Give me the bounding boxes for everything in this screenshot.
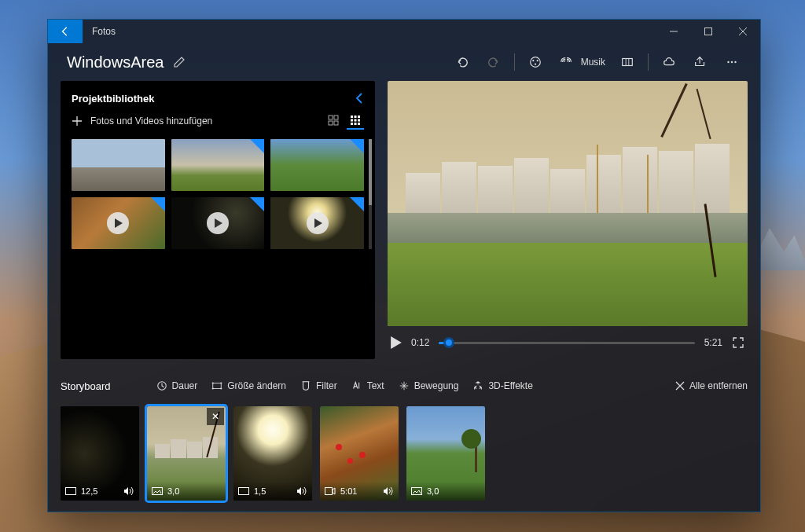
filter-button[interactable]: Filter [300, 380, 337, 391]
speaker-icon [123, 486, 134, 496]
project-title: WindowsArea [67, 53, 164, 72]
storyboard-track: 12,5 ✕ 3,0 [61, 406, 748, 501]
svg-rect-35 [239, 488, 249, 495]
storyboard-title: Storyboard [61, 380, 111, 392]
library-thumb[interactable] [72, 139, 165, 191]
add-media-label: Fotos und Videos hinzufügen [90, 116, 212, 127]
app-window: Fotos WindowsArea Musik [47, 19, 761, 512]
resize-button[interactable]: Größe ändern [211, 380, 286, 391]
storyboard-clip[interactable]: ✕ 3,0 [147, 406, 226, 501]
play-button[interactable] [391, 336, 402, 349]
svg-rect-20 [355, 119, 357, 122]
svg-point-27 [212, 382, 214, 383]
clip-duration: 1,5 [254, 486, 266, 496]
library-title: Projektbibliothek [72, 93, 355, 105]
svg-rect-36 [325, 488, 333, 495]
svg-point-29 [212, 387, 214, 389]
undo-button[interactable] [447, 46, 478, 78]
add-media-button[interactable]: Fotos und Videos hinzufügen [72, 116, 325, 127]
close-button[interactable] [726, 20, 760, 43]
play-icon [307, 212, 329, 234]
back-button[interactable] [48, 20, 83, 43]
3d-effects-button[interactable]: 3D-Effekte [472, 380, 532, 391]
play-icon [207, 212, 229, 234]
library-thumb[interactable] [171, 197, 265, 249]
player-controls: 0:12 5:21 [388, 326, 748, 359]
speaker-icon [383, 486, 394, 496]
clip-duration: 3,0 [427, 486, 439, 496]
svg-point-5 [535, 64, 536, 65]
cloud-button[interactable] [653, 46, 685, 78]
svg-point-28 [220, 382, 222, 383]
image-icon [65, 487, 76, 495]
svg-point-9 [727, 61, 729, 63]
maximize-button[interactable] [691, 20, 726, 43]
music-label: Musik [581, 57, 605, 68]
svg-rect-17 [355, 116, 357, 118]
seek-slider[interactable] [439, 342, 694, 344]
music-button[interactable] [551, 46, 583, 78]
svg-point-30 [220, 387, 222, 389]
app-title: Fotos [83, 26, 656, 37]
svg-rect-1 [705, 28, 712, 35]
remove-clip-button[interactable]: ✕ [207, 408, 224, 425]
image-icon [411, 487, 422, 495]
view-small-button[interactable] [347, 112, 364, 130]
svg-point-4 [536, 60, 538, 61]
storyboard-clip[interactable]: 5:01 [320, 406, 399, 501]
minimize-button[interactable] [656, 20, 691, 43]
image-icon [152, 487, 163, 495]
svg-rect-33 [66, 488, 76, 495]
svg-point-10 [731, 61, 733, 63]
theme-button[interactable] [520, 46, 551, 78]
fullscreen-button[interactable] [732, 336, 744, 349]
svg-rect-6 [623, 59, 633, 66]
clip-duration: 3,0 [167, 486, 179, 496]
preview-viewport [388, 81, 748, 326]
seek-knob[interactable] [443, 337, 454, 348]
storyboard-clip[interactable]: 12,5 [61, 406, 139, 501]
total-time: 5:21 [704, 337, 722, 348]
duration-button[interactable]: Dauer [156, 380, 198, 391]
view-large-button[interactable] [325, 112, 342, 130]
svg-point-2 [530, 57, 540, 68]
svg-rect-19 [351, 119, 353, 122]
collapse-library-button[interactable] [355, 92, 364, 105]
svg-rect-18 [358, 116, 360, 118]
svg-rect-15 [334, 121, 338, 125]
video-icon [325, 487, 336, 495]
svg-rect-26 [213, 383, 222, 389]
edit-title-button[interactable] [173, 56, 186, 68]
motion-button[interactable]: Bewegung [399, 380, 459, 391]
clip-duration: 12,5 [81, 486, 97, 496]
redo-button[interactable] [478, 46, 509, 78]
library-thumb[interactable] [72, 197, 165, 249]
svg-rect-23 [355, 123, 357, 125]
share-button[interactable] [685, 46, 716, 78]
svg-rect-14 [329, 121, 333, 125]
speaker-icon [296, 486, 307, 496]
storyboard-toolbar: Storyboard Dauer Größe ändern Filter Tex… [61, 372, 748, 400]
library-thumb[interactable] [270, 197, 364, 249]
svg-point-3 [532, 60, 534, 61]
svg-rect-21 [358, 119, 360, 122]
storyboard-clip[interactable]: 1,5 [233, 406, 312, 501]
text-button[interactable]: Text [351, 380, 384, 391]
library-scrollbar-thumb[interactable] [369, 139, 372, 205]
header-toolbar: WindowsArea Musik [48, 43, 760, 81]
clip-duration: 5:01 [340, 486, 357, 496]
library-thumb[interactable] [171, 139, 265, 191]
svg-rect-16 [351, 116, 353, 118]
svg-rect-12 [329, 116, 333, 119]
svg-rect-22 [351, 123, 353, 125]
titlebar: Fotos [48, 20, 760, 43]
svg-point-11 [734, 61, 736, 63]
svg-rect-24 [358, 123, 360, 125]
more-button[interactable] [716, 46, 748, 78]
aspect-button[interactable] [612, 46, 643, 78]
image-icon [238, 487, 249, 495]
remove-all-button[interactable]: Alle entfernen [675, 380, 748, 391]
library-thumb[interactable] [270, 139, 364, 191]
storyboard-clip[interactable]: 3,0 [406, 406, 485, 501]
current-time: 0:12 [411, 337, 429, 348]
